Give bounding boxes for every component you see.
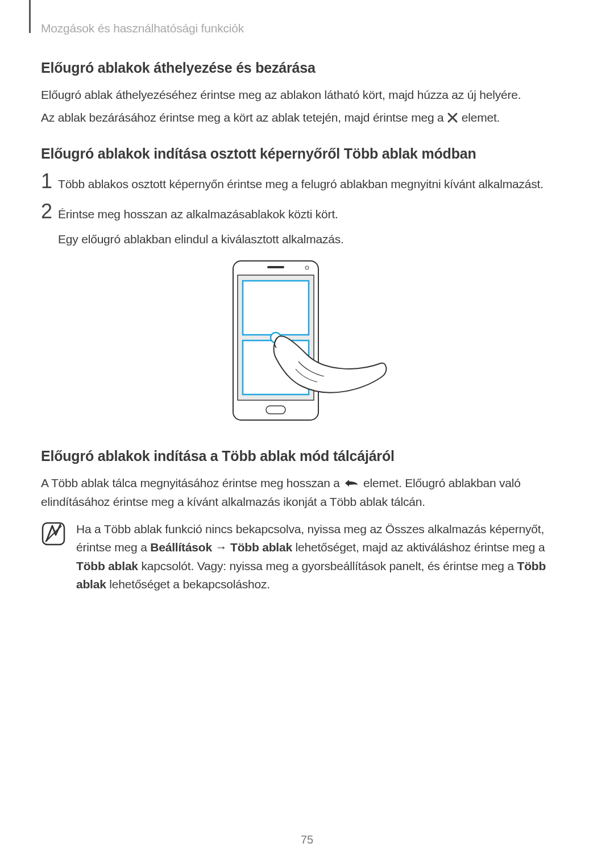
step-number-1: 1: [41, 171, 58, 192]
heading-launch-tray: Előugró ablakok indítása a Több ablak mó…: [41, 448, 573, 464]
section3-para1: A Több ablak tálca megnyitásához érintse…: [41, 475, 573, 511]
note-row: Ha a Több ablak funkció nincs bekapcsolv…: [41, 520, 573, 594]
step-2-text1: Érintse meg hosszan az alkalmazásablakok…: [58, 205, 344, 224]
step-2: 2 Érintse meg hosszan az alkalmazásablak…: [41, 202, 573, 248]
close-icon: [447, 111, 458, 128]
back-icon: [343, 476, 360, 493]
heading-move-close: Előugró ablakok áthelyezése és bezárása: [41, 60, 573, 76]
step-1: 1 Több ablakos osztott képernyőn érintse…: [41, 172, 573, 194]
note-d: lehetőséget, majd az aktiváláshoz érints…: [292, 541, 545, 554]
heading-launch-split: Előugró ablakok indítása osztott képerny…: [41, 146, 573, 162]
breadcrumb: Mozgások és használhatósági funkciók: [41, 22, 244, 35]
svg-rect-2: [267, 266, 284, 268]
note-h: lehetőséget a bekapcsoláshoz.: [106, 578, 270, 591]
note-b: Beállítások: [150, 541, 212, 554]
page-content: Előugró ablakok áthelyezése és bezárása …: [41, 60, 573, 594]
step-2-text: Érintse meg hosszan az alkalmazásablakok…: [58, 202, 344, 248]
section3-p1-a: A Több ablak tálca megnyitásához érintse…: [41, 476, 343, 489]
step-1-text: Több ablakos osztott képernyőn érintse m…: [58, 172, 544, 194]
note-icon: [41, 521, 66, 546]
step-number-2: 2: [41, 201, 58, 222]
arrow-icon: →: [212, 541, 230, 554]
note-c: Több ablak: [230, 541, 292, 554]
step-2-text2: Egy előugró ablakban elindul a kiválaszt…: [58, 232, 344, 246]
note-e: Több ablak: [76, 559, 138, 572]
page-number: 75: [0, 833, 614, 846]
svg-rect-5: [243, 281, 309, 335]
note-text: Ha a Több ablak funkció nincs bekapcsolv…: [76, 520, 573, 594]
phone-touch-illustration: [210, 258, 404, 429]
section1-para2-a: Az ablak bezárásához érintse meg a kört …: [41, 111, 447, 124]
section1-para1: Előugró ablak áthelyezéséhez érintse meg…: [41, 86, 573, 103]
header-accent-line: [29, 0, 31, 33]
section1-para2: Az ablak bezárásához érintse meg a kört …: [41, 109, 573, 128]
section1-para2-b: elemet.: [458, 111, 500, 124]
note-f: kapcsolót. Vagy: nyissa meg a gyorsbeáll…: [138, 559, 517, 572]
note-icon-wrap: [41, 520, 76, 549]
